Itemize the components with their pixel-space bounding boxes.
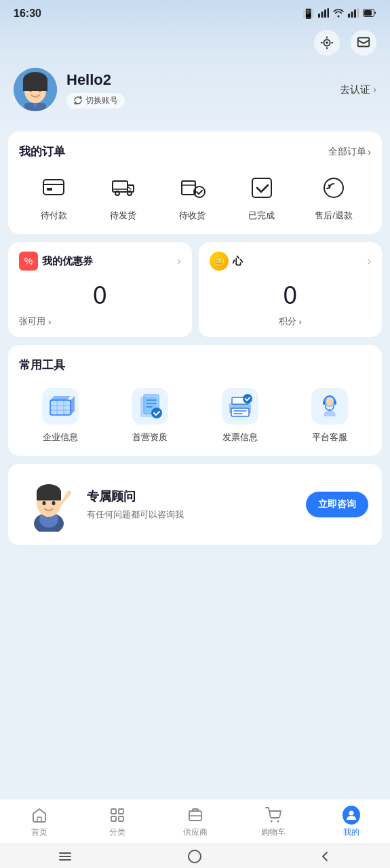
tool-item-company-info[interactable]: 企业信息: [19, 387, 102, 443]
consult-button[interactable]: 立即咨询: [306, 492, 368, 517]
svg-rect-32: [252, 178, 271, 197]
points-count: 0: [210, 281, 372, 310]
aftersale-icon: [317, 172, 350, 204]
tool-item-invoice-info[interactable]: 发票信息: [199, 387, 281, 443]
aftersale-label: 售后/退款: [315, 210, 353, 222]
wifi-icon: [333, 8, 344, 20]
certify-chevron-icon: ›: [373, 83, 376, 96]
nav-item-category[interactable]: 分类: [97, 806, 138, 838]
coupons-title: 我的优惠券: [42, 255, 93, 268]
company-info-label: 企业信息: [43, 431, 78, 443]
home-nav-icon: [31, 806, 48, 824]
status-time: 16:30: [14, 7, 41, 20]
cart-nav-icon: [265, 806, 282, 824]
tools-grid: 企业信息: [19, 387, 371, 443]
svg-point-69: [43, 501, 46, 505]
order-item-pending-receive[interactable]: 待收货: [176, 172, 209, 222]
coupons-title-row: % 我的优惠券: [19, 252, 93, 271]
svg-rect-20: [23, 80, 47, 91]
profile-left: Hello2 切换账号: [14, 68, 125, 111]
svg-rect-6: [354, 9, 356, 18]
home-system-button[interactable]: [181, 846, 208, 867]
certify-link[interactable]: 去认证 ›: [340, 83, 376, 96]
pending-pay-label: 待付款: [41, 210, 67, 222]
platform-service-icon: [310, 387, 349, 426]
svg-point-56: [243, 394, 252, 403]
signal-icon: [318, 8, 329, 20]
all-orders-link[interactable]: 全部订单 ›: [328, 146, 371, 158]
svg-rect-0: [318, 14, 320, 18]
svg-rect-72: [111, 809, 116, 814]
signal-bars-icon: [348, 8, 359, 20]
orders-card-header: 我的订单 全部订单 ›: [19, 144, 371, 159]
company-info-icon: [41, 387, 80, 426]
orders-card: 我的订单 全部订单 › 待付款: [8, 132, 382, 234]
invoice-info-icon: [220, 387, 260, 426]
svg-point-70: [52, 501, 56, 505]
nav-item-home[interactable]: 首页: [19, 806, 60, 838]
svg-point-29: [128, 191, 132, 195]
pending-receive-label: 待收货: [179, 210, 206, 222]
points-title-row: 🪙 心: [210, 252, 243, 271]
back-system-button[interactable]: [311, 846, 338, 867]
order-items: 待付款 待发货: [19, 172, 371, 222]
tools-card: 常用工具: [8, 345, 382, 456]
message-button[interactable]: [351, 30, 376, 56]
platform-service-label: 平台客服: [312, 431, 347, 443]
svg-point-49: [151, 408, 162, 418]
category-nav-label: 分类: [109, 827, 125, 838]
coupons-sub-chevron: ›: [48, 317, 51, 327]
all-orders-chevron-icon: ›: [368, 146, 371, 157]
profile-section: Hello2 切换账号 去认证 ›: [0, 61, 390, 125]
svg-rect-35: [50, 400, 71, 415]
nav-item-cart[interactable]: 购物车: [253, 806, 294, 838]
svg-rect-73: [119, 809, 123, 814]
coupons-header: % 我的优惠券 ›: [19, 252, 181, 271]
completed-label: 已完成: [248, 210, 275, 222]
coupons-chevron-icon[interactable]: ›: [177, 255, 180, 267]
coupons-sub[interactable]: 张可用 ›: [19, 315, 181, 328]
mine-nav-icon: [343, 806, 360, 824]
order-item-aftersale[interactable]: 售后/退款: [315, 172, 353, 222]
svg-point-22: [39, 87, 42, 92]
svg-rect-53: [231, 408, 249, 416]
cart-nav-label: 购物车: [261, 827, 286, 838]
svg-point-28: [115, 191, 119, 195]
nav-item-supplier[interactable]: 供应商: [175, 806, 216, 838]
svg-rect-75: [119, 816, 123, 821]
order-item-pending-pay[interactable]: 待付款: [37, 172, 70, 222]
svg-rect-1: [321, 12, 324, 18]
points-sub-label: 积分: [279, 315, 296, 328]
home-nav-label: 首页: [31, 827, 47, 838]
svg-rect-71: [37, 817, 41, 822]
svg-rect-16: [358, 38, 370, 47]
tool-item-platform-service[interactable]: 平台客服: [288, 387, 371, 443]
svg-rect-26: [113, 181, 128, 192]
svg-rect-74: [111, 816, 116, 821]
all-orders-label: 全部订单: [328, 146, 366, 158]
consultant-avatar: [22, 477, 76, 532]
points-header: 🪙 心 ›: [210, 252, 372, 271]
svg-rect-2: [324, 9, 326, 18]
svg-rect-60: [323, 401, 326, 405]
points-sub[interactable]: 积分 ›: [210, 315, 372, 328]
points-chevron-icon[interactable]: ›: [368, 255, 371, 267]
pending-pay-icon: [37, 172, 70, 204]
tools-title: 常用工具: [19, 357, 371, 373]
order-item-completed[interactable]: 已完成: [246, 172, 278, 222]
status-bar: 16:30 📳: [0, 0, 390, 24]
mine-nav-label: 我的: [343, 827, 359, 838]
nav-item-mine[interactable]: 我的: [331, 806, 372, 838]
pending-ship-label: 待发货: [110, 210, 136, 222]
certify-label: 去认证: [340, 83, 370, 96]
tool-item-flagship-qual[interactable]: 首营资质: [109, 387, 191, 443]
bottom-nav: 首页 分类 供应商: [0, 799, 390, 844]
top-actions: [0, 24, 390, 61]
svg-point-21: [29, 87, 33, 92]
scan-button[interactable]: [314, 30, 340, 56]
vibrate-icon: 📳: [303, 8, 314, 19]
menu-system-button[interactable]: [52, 846, 79, 867]
order-item-pending-ship[interactable]: 待发货: [106, 172, 139, 222]
pending-ship-icon: [106, 172, 139, 204]
switch-account-button[interactable]: 切换账号: [66, 93, 125, 108]
